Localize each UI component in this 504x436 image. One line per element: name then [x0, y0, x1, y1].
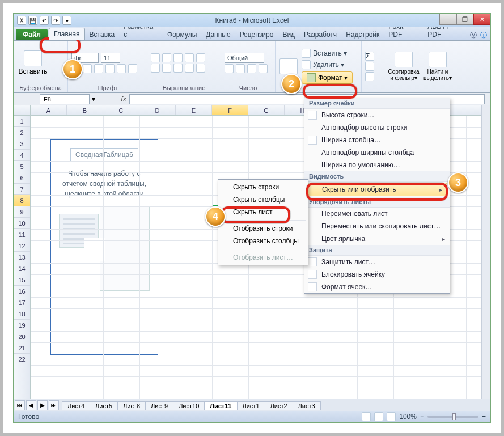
inc-dec-icon[interactable] — [259, 64, 268, 73]
comma-icon[interactable] — [247, 64, 256, 73]
row-5[interactable]: 5 — [14, 161, 30, 172]
tab-next-icon[interactable]: ▶ — [37, 400, 48, 410]
name-box[interactable]: F8 — [40, 94, 90, 104]
row-21[interactable]: 21 — [14, 342, 30, 354]
row-3[interactable]: 3 — [14, 138, 30, 150]
sheet-tab-Лист10[interactable]: Лист10 — [173, 401, 205, 410]
col-D[interactable]: D — [139, 105, 176, 115]
zoom-in-icon[interactable]: + — [482, 413, 486, 421]
sheet-tab-Лист9[interactable]: Лист9 — [145, 401, 173, 410]
paste-button[interactable]: Вставить — [17, 44, 49, 82]
menu-row-height[interactable]: Высота строки… — [304, 109, 450, 121]
row-9[interactable]: 9 — [14, 206, 30, 218]
fill-icon[interactable] — [117, 64, 126, 73]
cells-insert[interactable]: Вставить ▾ — [302, 49, 353, 58]
sheet-tab-Лист1[interactable]: Лист1 — [237, 401, 265, 410]
align-right-icon[interactable] — [173, 64, 183, 73]
menu-autofit-col[interactable]: Автоподбор ширины столбца — [304, 146, 450, 159]
select-all-corner[interactable] — [14, 105, 31, 115]
row-19[interactable]: 19 — [14, 320, 30, 331]
view-break-icon[interactable] — [387, 412, 396, 421]
minimize-button[interactable]: — — [439, 14, 456, 25]
view-normal-icon[interactable] — [362, 412, 371, 421]
col-E[interactable]: E — [176, 105, 212, 115]
row-10[interactable]: 10 — [14, 218, 30, 229]
menu-default-width[interactable]: Ширина по умолчанию… — [304, 159, 450, 171]
align-mid-icon[interactable] — [162, 53, 171, 62]
tab-insert[interactable]: Вставка — [85, 29, 120, 40]
row-17[interactable]: 17 — [14, 297, 30, 308]
menu-rename-sheet[interactable]: Переименовать лист — [304, 208, 450, 220]
percent-icon[interactable] — [236, 64, 245, 73]
tab-first-icon[interactable]: ⏮ — [15, 400, 25, 410]
file-tab[interactable]: Файл — [16, 29, 48, 40]
menu-autofit-row[interactable]: Автоподбор высоты строки — [304, 121, 450, 134]
zoom-out-icon[interactable]: − — [420, 413, 424, 421]
fx-icon[interactable]: fx — [118, 95, 129, 103]
col-B[interactable]: B — [67, 105, 103, 115]
menu-move-copy-sheet[interactable]: Переместить или скопировать лист… — [304, 220, 450, 232]
submenu-hide-sheet[interactable]: Скрыть лист — [218, 206, 308, 218]
indent-dec-icon[interactable] — [185, 64, 194, 73]
submenu-show-rows[interactable]: Отобразить строки — [218, 222, 308, 235]
sheet-tab-Лист4[interactable]: Лист4 — [62, 401, 90, 410]
submenu-hide-cols[interactable]: Скрыть столбцы — [218, 193, 308, 206]
row-4[interactable]: 4 — [14, 150, 30, 161]
row-18[interactable]: 18 — [14, 308, 30, 320]
sum-icon[interactable]: Σ — [365, 52, 374, 61]
clear-icon[interactable] — [365, 72, 374, 81]
zoom-slider[interactable] — [427, 416, 478, 418]
tab-review[interactable]: Рецензиро — [235, 29, 278, 40]
sheet-tab-Лист11[interactable]: Лист11 — [204, 401, 237, 410]
cells-delete[interactable]: Удалить ▾ — [302, 60, 353, 69]
tab-addins[interactable]: Надстройк — [341, 29, 384, 40]
redo-icon[interactable]: ↷ — [51, 16, 60, 25]
vertical-scrollbar[interactable] — [481, 105, 490, 399]
fill-down-icon[interactable] — [365, 62, 374, 71]
fontcolor-icon[interactable] — [128, 64, 137, 73]
italic-icon[interactable] — [83, 64, 92, 73]
col-A[interactable]: A — [31, 105, 67, 115]
col-G[interactable]: G — [248, 105, 285, 115]
row-22[interactable]: 22 — [14, 354, 30, 365]
currency-icon[interactable] — [225, 64, 234, 73]
tab-last-icon[interactable]: ⏭ — [49, 400, 59, 410]
tab-home[interactable]: Главная — [49, 28, 85, 40]
row-13[interactable]: 13 — [14, 252, 30, 263]
save-icon[interactable]: 💾 — [28, 16, 37, 25]
col-C[interactable]: C — [103, 105, 139, 115]
tab-prev-icon[interactable]: ◀ — [26, 400, 36, 410]
find-select-button[interactable]: Найти и выделить▾ — [422, 48, 454, 85]
wrap-icon[interactable] — [196, 53, 205, 62]
row-6[interactable]: 6 — [14, 172, 30, 184]
tab-formulas[interactable]: Формулы — [163, 29, 201, 40]
menu-protect-sheet[interactable]: Защитить лист… — [304, 256, 450, 268]
tab-view[interactable]: Вид — [278, 29, 299, 40]
tab-data[interactable]: Данные — [201, 29, 235, 40]
row-12[interactable]: 12 — [14, 240, 30, 252]
orient-icon[interactable] — [185, 53, 194, 62]
border-icon[interactable] — [105, 64, 115, 73]
qat-more-icon[interactable]: ▾ — [62, 16, 71, 25]
row-7[interactable]: 7 — [14, 184, 30, 195]
undo-icon[interactable]: ↶ — [40, 16, 49, 25]
tab-developer[interactable]: Разработч — [299, 29, 341, 40]
row-11[interactable]: 11 — [14, 229, 30, 240]
maximize-button[interactable]: ❐ — [456, 14, 473, 25]
row-14[interactable]: 14 — [14, 263, 30, 274]
merge-icon[interactable] — [196, 64, 205, 73]
col-F[interactable]: F — [212, 105, 248, 115]
close-button[interactable]: ✕ — [473, 14, 490, 25]
row-20[interactable]: 20 — [14, 331, 30, 342]
underline-icon[interactable] — [94, 64, 103, 73]
number-format[interactable]: Общий — [225, 53, 264, 63]
font-size[interactable]: 11 — [101, 53, 120, 63]
menu-hide-unhide[interactable]: Скрыть или отобразить — [307, 183, 447, 196]
namebox-dropdown-icon[interactable]: ▾ — [92, 95, 95, 103]
align-center-icon[interactable] — [162, 64, 171, 73]
menu-col-width[interactable]: Ширина столбца… — [304, 134, 450, 146]
align-left-icon[interactable] — [151, 64, 160, 73]
menu-lock-cell[interactable]: Блокировать ячейку — [304, 268, 450, 281]
row-16[interactable]: 16 — [14, 286, 30, 297]
align-bot-icon[interactable] — [173, 53, 183, 62]
